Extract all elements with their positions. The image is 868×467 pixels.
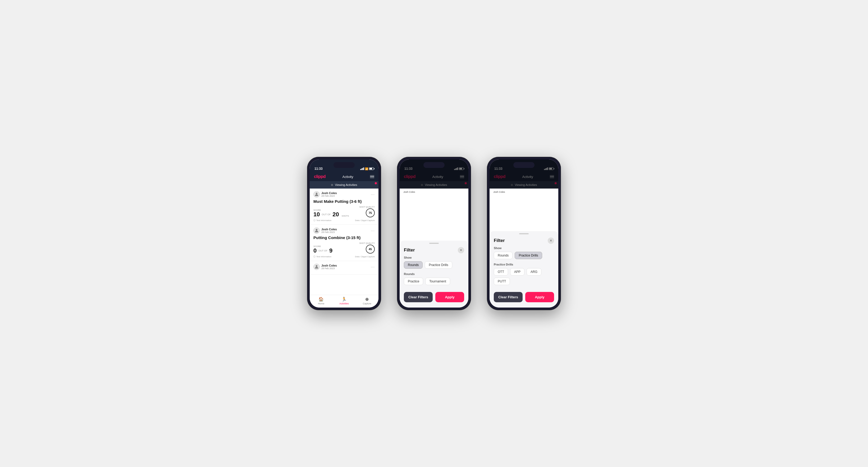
viewing-bar-text-3: Viewing Activities [515, 183, 537, 186]
chip-arg-3[interactable]: ARG [527, 268, 541, 276]
avatar-2 [313, 227, 320, 234]
nav-title-3: Activity [522, 175, 533, 179]
more-dots-2[interactable]: ··· [371, 228, 375, 233]
activity-card-2: Josh Coles 28 Feb 2023 ··· Putting Combi… [310, 225, 378, 261]
battery-icon-2 [459, 167, 464, 170]
signal-bars-1 [360, 167, 364, 170]
chip-app-3[interactable]: APP [510, 268, 524, 276]
nav-title-1: Activity [342, 175, 353, 179]
card-header-2: Josh Coles 28 Feb 2023 ··· [313, 227, 375, 234]
filter-handle-2 [429, 243, 439, 244]
logo-2: clippd [404, 174, 415, 179]
logo-3: clippd [494, 174, 505, 179]
filter-sliders-icon-3: ⚙ [511, 184, 513, 186]
chip-ott-3[interactable]: OTT [494, 268, 508, 276]
clear-filters-btn-2[interactable]: Clear Filters [404, 292, 433, 302]
chip-tournament-2[interactable]: Tournament [425, 278, 450, 285]
more-dots-1[interactable]: ··· [371, 192, 375, 196]
data-source-1: Data: Clippd Capture [355, 219, 375, 222]
status-time-1: 11:33 [314, 167, 323, 170]
signal-bars-3 [544, 167, 548, 170]
card-footer-2: ⓘ Test Information Data: Clippd Capture [313, 255, 375, 258]
stat-score-2: Score 0 OUT OF 9 [313, 245, 333, 254]
stat-quality-1: Shot Quality 75 [359, 206, 375, 217]
filter-sheet-2: Filter ✕ Show Rounds Practice Drills Rou… [400, 241, 468, 308]
phone-1: 11:33 📶 clippd Activity [307, 157, 381, 310]
filter-body-2: Show Rounds Practice Drills Rounds Pract… [400, 256, 468, 289]
filter-show-label-3: Show [494, 246, 554, 250]
shot-quality-badge-1: 75 [366, 208, 375, 217]
filter-sliders-icon-1: ⚙ [331, 184, 333, 186]
hamburger-icon-3[interactable] [550, 175, 554, 178]
signal-bar-1 [360, 169, 361, 170]
test-info-1: ⓘ Test Information [313, 219, 331, 222]
chip-putt-3[interactable]: PUTT [494, 278, 510, 285]
user-info-3: Josh Coles 28 Feb 2023 [313, 263, 337, 270]
red-dot-3 [555, 182, 557, 184]
filter-close-btn-2[interactable]: ✕ [458, 247, 464, 253]
filter-sliders-icon-2: ⚙ [421, 184, 423, 186]
signal-bar-4 [363, 167, 364, 170]
filter-close-btn-3[interactable]: ✕ [548, 238, 554, 244]
viewing-bar-1[interactable]: ⚙ Viewing Activities [310, 181, 378, 189]
battery-icon-3 [549, 167, 554, 170]
filter-show-chips-3: Rounds Practice Drills [494, 252, 554, 259]
shot-quality-badge-2: 45 [366, 245, 375, 254]
signal-bars-2 [454, 167, 458, 170]
clear-filters-btn-3[interactable]: Clear Filters [494, 292, 523, 302]
battery-icon-1 [369, 167, 374, 170]
user-name-1: Josh Coles [321, 191, 337, 195]
capture-icon-1: ⊕ [365, 297, 369, 302]
red-dot-2 [465, 182, 467, 184]
top-nav-3: clippd Activity [490, 172, 558, 181]
user-text-1: Josh Coles 28 Feb 2023 [321, 191, 337, 197]
apply-btn-3[interactable]: Apply [525, 292, 554, 302]
filter-rounds-label-2: Rounds [404, 272, 464, 276]
chip-practice-2[interactable]: Practice [404, 278, 423, 285]
red-dot-1 [375, 182, 377, 184]
data-source-2: Data: Clippd Capture [355, 255, 375, 258]
user-text-3: Josh Coles 28 Feb 2023 [321, 264, 337, 270]
top-nav-2: clippd Activity [400, 172, 468, 181]
user-date-2: 28 Feb 2023 [321, 231, 337, 234]
filter-rounds-chips-2: Practice Tournament [404, 278, 464, 285]
svg-point-1 [316, 229, 317, 230]
signal-bar-2 [361, 168, 362, 170]
apply-btn-2[interactable]: Apply [435, 292, 464, 302]
hamburger-icon-2[interactable] [460, 175, 464, 178]
stats-row-1: Score 10 OUT OF 20 Shots [313, 206, 375, 217]
filter-pd-chips-3: OTT APP ARG PUTT [494, 268, 554, 285]
status-time-2: 11:33 [404, 167, 412, 170]
user-name-2: Josh Coles [321, 228, 337, 231]
user-date-1: 28 Feb 2023 [321, 195, 337, 197]
card-header-3: Josh Coles 28 Feb 2023 ··· [313, 263, 375, 270]
nav-item-home-1[interactable]: 🏠 Home [310, 297, 333, 305]
hamburger-icon-1[interactable] [370, 175, 374, 178]
chip-rounds-3[interactable]: Rounds [494, 252, 513, 259]
chip-practice-drills-3[interactable]: Practice Drills [515, 252, 542, 259]
phone-3-screen: 11:33 clippd Activity [490, 159, 558, 308]
filter-title-2: Filter [404, 248, 415, 253]
dynamic-island-1 [334, 162, 355, 168]
viewing-bar-3: ⚙ Viewing Activities [490, 181, 558, 189]
activity-list-1: Josh Coles 28 Feb 2023 ··· Must Make Put… [310, 189, 378, 295]
user-info-2: Josh Coles 28 Feb 2023 [313, 227, 337, 234]
filter-pd-label-3: Practice Drills [494, 263, 554, 266]
status-icons-1: 📶 [360, 167, 374, 170]
logo-1: clippd [314, 174, 326, 179]
stats-row-2: Score 0 OUT OF 9 Shot Quality 45 [313, 242, 375, 254]
viewing-bar-text-2: Viewing Activities [425, 183, 447, 186]
test-info-2: ⓘ Test Information [313, 255, 331, 258]
status-icons-2 [454, 167, 464, 170]
more-dots-3[interactable]: ··· [371, 265, 375, 269]
viewing-bar-text-1: Viewing Activities [335, 183, 357, 186]
status-icons-3 [544, 167, 554, 170]
nav-item-capture-1[interactable]: ⊕ Capture [355, 297, 378, 305]
svg-point-2 [316, 265, 317, 267]
filter-handle-3 [519, 233, 529, 234]
signal-bar-3 [362, 168, 363, 170]
chip-rounds-2[interactable]: Rounds [404, 261, 423, 269]
user-text-2: Josh Coles 28 Feb 2023 [321, 228, 337, 234]
chip-practice-drills-2[interactable]: Practice Drills [425, 261, 452, 269]
nav-item-activities-1[interactable]: 🏃 Activities [333, 297, 356, 305]
